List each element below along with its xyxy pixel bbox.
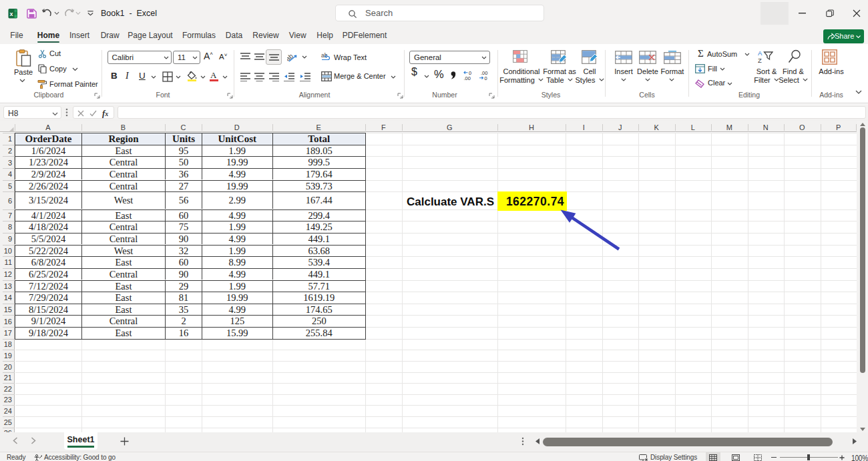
- svg-text:0: 0: [485, 75, 487, 80]
- svg-text:x: x: [10, 11, 13, 17]
- svg-text:A: A: [758, 49, 763, 57]
- svg-text:Z: Z: [758, 57, 762, 64]
- svg-text:.00: .00: [464, 75, 471, 80]
